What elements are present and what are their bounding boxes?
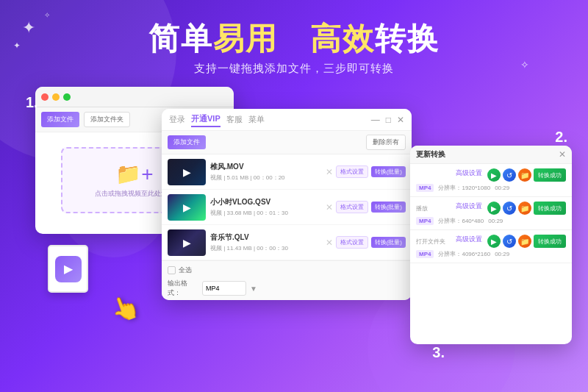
select-all-row: 全选 [168,266,406,275]
result-item-2-info: MP4 分辨率：640*480 00:29 [416,217,566,225]
result-item-2-header: 播放 高级设置 ▶ ↺ 📁 转换成功 [416,202,566,215]
dropdown-arrow-icon: ▼ [250,285,257,293]
panel-2-win-controls: — □ ✕ [371,115,404,125]
add-folder-btn[interactable]: 添加文件夹 [84,112,130,127]
result-controls-3: 高级设置 ▶ ↺ 📁 转换成功 [456,235,566,248]
video-file-icon: ▶ [48,245,88,293]
result-duration-2: 00:29 [488,218,503,224]
result-spec-3: 分辨率：4096*2160 [438,250,490,258]
tab-login[interactable]: 登录 [169,113,185,126]
select-all-checkbox[interactable] [168,266,176,274]
result-controls-2: 高级设置 ▶ ↺ 📁 转换成功 [456,202,566,215]
panel-2-bottom: 全选 输出格式： ▼ 输出路径： 恢复设置 打开文件夹 当前版本：2.0.563… [162,260,412,300]
file-thumb-1: ▶ [168,159,206,185]
result-controls-1: 高级设置 ▶ ↺ 📁 转换成功 [456,168,566,182]
tab-support[interactable]: 客服 [226,113,243,126]
win-close-icon[interactable]: ✕ [397,115,404,125]
convert-1-btn[interactable]: 转换(批量) [371,166,406,177]
header-area: 简单易用 高效转换 支持一键拖拽添加文件，三步即可转换 [0,0,588,76]
result-item-3-info: MP4 分辨率：4096*2160 00:29 [416,250,566,258]
format-settings-3-btn[interactable]: 格式设置 [336,236,368,249]
file-info-1: 椎风.MOV 视频 | 5.01 MB | 00：00：20 [210,162,321,182]
result-item-1-header: 高级设置 ▶ ↺ 📁 转换成功 [416,168,566,182]
panel-3-title: 更新转换 [416,149,445,160]
file-list-item-3: ▶ 音乐节.QLV 视频 | 11.43 MB | 00：00：30 ✕ 格式设… [162,225,412,260]
result-format-2: MP4 [416,217,434,225]
file-name-3: 音乐节.QLV [210,232,321,243]
refresh-btn-2[interactable]: ↺ [503,202,516,215]
result-spec-2: 分辨率：640*480 [438,217,484,225]
result-item-1-info: MP4 分辨率：1920*1080 00:29 [416,184,566,192]
play-btn-2[interactable]: ▶ [487,202,501,215]
folder-btn-2[interactable]: 📁 [518,202,531,215]
play-btn-1[interactable]: ▶ [487,168,501,182]
format-settings-1-btn[interactable]: 格式设置 [336,165,368,178]
file-name-1: 椎风.MOV [210,162,321,172]
file-name-2: 小小时VLOG.QSV [210,197,321,207]
advanced-settings-1-btn[interactable]: 高级设置 [456,168,482,182]
file-meta-1: 视频 | 5.01 MB | 00：00：20 [210,174,321,182]
step-2-label: 2. [555,129,567,146]
result-category-3: 打开文件夹 [416,238,445,246]
format-settings-2-btn[interactable]: 格式设置 [336,201,368,213]
result-duration-1: 00:29 [495,185,509,191]
refresh-btn-1[interactable]: ↺ [503,168,516,182]
result-category-2: 播放 [416,204,428,213]
result-format-3: MP4 [416,250,434,258]
file-actions-3: ✕ 格式设置 转换(批量) [326,236,406,249]
add-file-btn[interactable]: 添加文件 [41,112,79,127]
win-close-btn [41,93,49,101]
panel-file-list: 登录 开通VIP 客服 菜单 — □ ✕ 添加文件 删除所有 ▶ 椎风.MOV … [162,109,412,300]
play-btn-3[interactable]: ▶ [487,235,501,248]
panel-2-titlebar: 登录 开通VIP 客服 菜单 — □ ✕ [162,109,412,131]
success-btn-3[interactable]: 转换成功 [534,235,566,248]
result-duration-3: 00:29 [495,251,509,257]
file-thumb-2: ▶ [168,194,206,221]
result-item-3: 打开文件夹 高级设置 ▶ ↺ 📁 转换成功 MP4 分辨率：4096*2160 … [410,230,572,263]
file-list-item-1: ▶ 椎风.MOV 视频 | 5.01 MB | 00：00：20 ✕ 格式设置 … [162,154,412,190]
convert-2-btn[interactable]: 转换(批量) [371,202,406,213]
advanced-settings-3-btn[interactable]: 高级设置 [456,235,482,248]
tab-vip[interactable]: 开通VIP [191,112,220,127]
success-btn-2[interactable]: 转换成功 [534,202,566,215]
convert-3-btn[interactable]: 转换(批量) [371,237,406,248]
file-meta-2: 视频 | 33.68 MB | 00：01：30 [210,209,321,217]
file-info-3: 音乐节.QLV 视频 | 11.43 MB | 00：00：30 [210,232,321,252]
panel-titlebar-1 [35,87,234,107]
output-format-label: 输出格式： [168,279,198,298]
panel-results: 更新转换 ✕ 高级设置 ▶ ↺ 📁 转换成功 MP4 分辨率：1920*1080… [410,146,572,344]
step-3-label: 3. [432,344,445,361]
subtitle: 支持一键拖拽添加文件，三步即可转换 [0,62,588,76]
success-btn-1[interactable]: 转换成功 [534,168,566,182]
result-format-1: MP4 [416,184,434,192]
video-play-icon: ▶ [55,256,82,282]
file-actions-2: ✕ 格式设置 转换(批量) [326,201,406,213]
remove-file-2-btn[interactable]: ✕ [326,202,333,213]
panel-3-header: 更新转换 ✕ [410,146,572,164]
win-max-btn [63,93,71,101]
win-max-icon[interactable]: □ [386,115,391,125]
remove-file-3-btn[interactable]: ✕ [326,238,333,248]
highlight-1: 易用 [213,21,278,56]
folder-btn-3[interactable]: 📁 [518,235,531,248]
main-title: 简单易用 高效转换 [0,21,588,57]
p2-delete-all-btn[interactable]: 删除所有 [366,135,406,150]
p2-add-file-btn[interactable]: 添加文件 [168,135,206,149]
panel-3-close-btn[interactable]: ✕ [559,149,566,160]
select-all-label: 全选 [179,266,192,275]
result-item-3-header: 打开文件夹 高级设置 ▶ ↺ 📁 转换成功 [416,235,566,248]
file-actions-1: ✕ 格式设置 转换(批量) [326,165,406,178]
refresh-btn-3[interactable]: ↺ [503,235,516,248]
file-info-2: 小小时VLOG.QSV 视频 | 33.68 MB | 00：01：30 [210,197,321,217]
tab-menu[interactable]: 菜单 [248,113,265,126]
output-format-input[interactable] [202,281,246,296]
remove-file-1-btn[interactable]: ✕ [326,167,333,177]
win-min-icon[interactable]: — [371,115,380,125]
panel-2-toolbar: 添加文件 删除所有 [162,131,412,154]
file-meta-3: 视频 | 11.43 MB | 00：00：30 [210,244,321,252]
file-thumb-3: ▶ [168,229,206,256]
advanced-settings-2-btn[interactable]: 高级设置 [456,202,482,215]
file-list-item-2: ▶ 小小时VLOG.QSV 视频 | 33.68 MB | 00：01：30 ✕… [162,190,412,225]
hand-cursor-icon: 👆 [107,290,144,326]
folder-btn-1[interactable]: 📁 [518,168,531,182]
